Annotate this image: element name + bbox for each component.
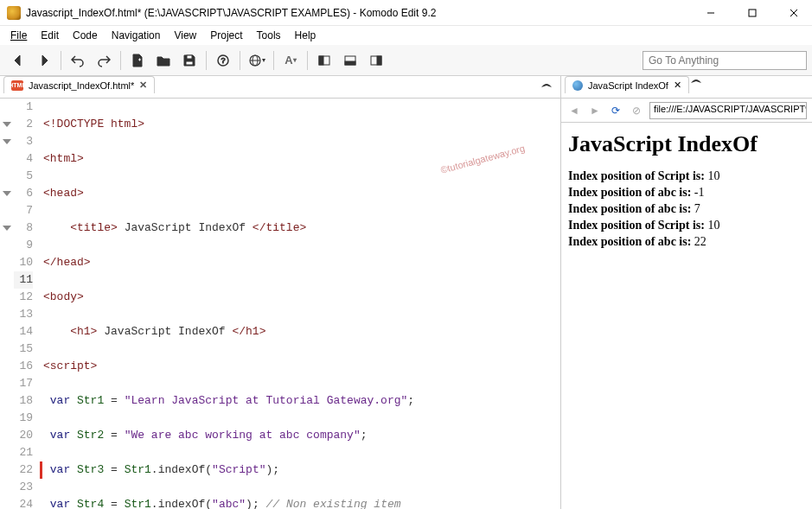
menu-edit[interactable]: Edit — [35, 28, 64, 43]
save-button[interactable] — [178, 49, 201, 72]
help-button[interactable]: ? — [212, 49, 234, 72]
preview-heading: JavaScript IndexOf — [568, 131, 805, 157]
browser-button[interactable]: ▾ — [246, 49, 268, 72]
menu-project[interactable]: Project — [205, 28, 247, 43]
preview-row: Index position of abc is: -1 — [568, 186, 805, 200]
close-button[interactable] — [783, 4, 805, 22]
tab-menu-icon[interactable] — [689, 76, 703, 89]
goto-anything[interactable] — [643, 51, 807, 70]
goto-anything-input[interactable] — [643, 51, 807, 70]
svg-rect-5 — [186, 61, 193, 65]
preview-row: Index position of abc is: 7 — [568, 202, 805, 216]
nav-stop-button[interactable]: ⊘ — [629, 103, 644, 118]
menu-file[interactable]: File — [5, 28, 32, 43]
preview-row: Index position of Script is: 10 — [568, 219, 805, 232]
toolbar-separator — [240, 51, 240, 70]
toolbar: ? ▾ A ▾ — [0, 45, 812, 76]
close-icon[interactable]: ✕ — [139, 80, 147, 91]
globe-icon — [572, 80, 583, 91]
svg-rect-4 — [187, 55, 192, 59]
content: HTML Javascript_IndexOf.html* ✕ ©tutoria… — [0, 76, 812, 509]
menubar: File Edit Code Navigation View Project T… — [0, 26, 812, 45]
editor-tab[interactable]: HTML Javascript_IndexOf.html* ✕ — [3, 76, 155, 93]
preview-tab-label: JavaScript IndexOf — [588, 80, 668, 91]
panel-bottom-button[interactable] — [339, 49, 361, 72]
nav-back-button[interactable]: ◄ — [566, 103, 582, 118]
nav-forward-button[interactable]: ► — [587, 103, 603, 118]
svg-rect-12 — [319, 56, 323, 65]
nav-reload-button[interactable]: ⟳ — [608, 103, 623, 118]
undo-button[interactable] — [67, 49, 89, 72]
editor-body[interactable]: ©tutorialgateway.org 1234567891011121314… — [0, 99, 560, 509]
panel-right-button[interactable] — [365, 49, 387, 72]
preview-pane: JavaScript IndexOf ✕ ◄ ► ⟳ ⊘ file:///E:/… — [561, 76, 812, 509]
font-button[interactable]: A ▾ — [279, 49, 302, 72]
tab-menu-icon[interactable] — [540, 80, 553, 93]
svg-rect-16 — [377, 56, 381, 65]
window-title: Javascript_IndexOf.html* (E:\JAVASCRIPT\… — [26, 7, 700, 19]
html-icon: HTML — [11, 80, 23, 91]
minimize-button[interactable] — [700, 4, 722, 22]
menu-help[interactable]: Help — [290, 28, 322, 43]
toolbar-separator — [307, 51, 308, 70]
maximize-button[interactable] — [741, 4, 764, 22]
preview-body: JavaScript IndexOf Index position of Scr… — [561, 123, 812, 509]
menu-navigation[interactable]: Navigation — [106, 28, 166, 43]
preview-tab[interactable]: JavaScript IndexOf ✕ — [565, 76, 689, 93]
preview-row: Index position of Script is: 10 — [568, 169, 805, 183]
toolbar-separator — [61, 51, 61, 70]
gutter: 123456789101112131415161718192021222324 — [14, 99, 38, 509]
menu-tools[interactable]: Tools — [252, 28, 286, 43]
svg-rect-14 — [345, 61, 355, 65]
panel-left-button[interactable] — [313, 49, 336, 72]
preview-tabstrip: JavaScript IndexOf ✕ — [561, 76, 812, 99]
redo-button[interactable] — [93, 49, 115, 72]
preview-nav: ◄ ► ⟳ ⊘ file:///E:/JAVASCRIPT/JAVASCRIPT… — [561, 99, 812, 123]
editor-tabstrip: HTML Javascript_IndexOf.html* ✕ — [0, 76, 560, 99]
open-file-button[interactable] — [152, 49, 175, 72]
toolbar-separator — [206, 51, 207, 70]
url-field[interactable]: file:///E:/JAVASCRIPT/JAVASCRIPT% — [649, 102, 807, 119]
forward-button[interactable] — [33, 49, 55, 72]
editor-tab-label: Javascript_IndexOf.html* — [29, 80, 134, 91]
back-button[interactable] — [7, 49, 29, 72]
close-icon[interactable]: ✕ — [674, 80, 681, 91]
titlebar: Javascript_IndexOf.html* (E:\JAVASCRIPT\… — [0, 0, 812, 26]
svg-text:?: ? — [221, 56, 225, 65]
toolbar-separator — [120, 51, 121, 70]
preview-row: Index position of abc is: 22 — [568, 235, 805, 249]
editor-pane: HTML Javascript_IndexOf.html* ✕ ©tutoria… — [0, 76, 561, 509]
menu-code[interactable]: Code — [67, 28, 103, 43]
window-controls — [700, 4, 805, 22]
toolbar-separator — [273, 51, 274, 70]
fold-column — [0, 99, 14, 509]
menu-view[interactable]: View — [169, 28, 201, 43]
new-file-button[interactable] — [126, 49, 149, 72]
code-area[interactable]: <!DOCTYPE html> <html> <head> <title> Ja… — [38, 99, 560, 509]
app-icon — [7, 6, 21, 20]
svg-rect-1 — [749, 10, 756, 16]
